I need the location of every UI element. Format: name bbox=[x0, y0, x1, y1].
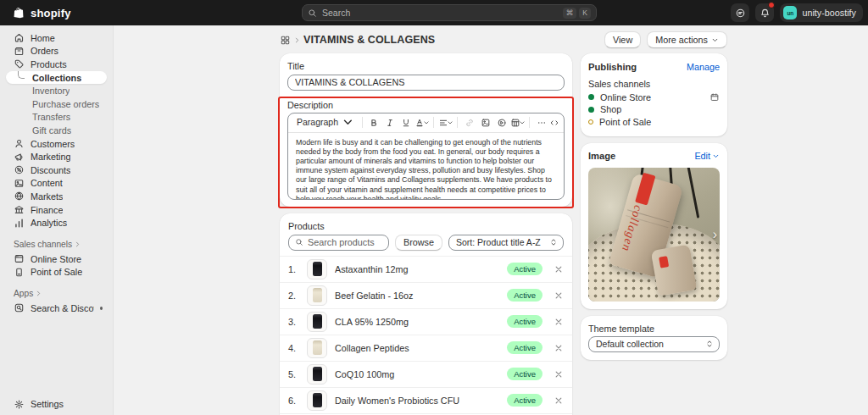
notification-dot bbox=[100, 307, 103, 310]
chevron-down-icon bbox=[447, 119, 453, 126]
remove-product-button[interactable] bbox=[554, 317, 564, 327]
gear-icon bbox=[14, 399, 25, 410]
toolbar-button[interactable] bbox=[437, 114, 453, 130]
product-thumbnail bbox=[307, 364, 327, 385]
shopify-logo[interactable]: shopify bbox=[14, 0, 71, 25]
chevron-right-icon bbox=[35, 290, 42, 297]
sidebar-item[interactable]: Analytics bbox=[6, 216, 107, 230]
sidebar-item[interactable]: Collections bbox=[6, 71, 107, 85]
sidebar-item[interactable]: Online Store bbox=[6, 252, 107, 266]
theme-template-card: Theme template Default collection bbox=[581, 316, 727, 360]
search-shortcut: ⌘ K bbox=[563, 8, 591, 19]
toolbar-button[interactable] bbox=[477, 114, 493, 130]
product-name-link[interactable]: Beef Gelatin - 16oz bbox=[335, 290, 499, 301]
product-name-link[interactable]: Astaxanthin 12mg bbox=[335, 264, 499, 274]
sidebar-item-label: Inventory bbox=[32, 86, 70, 96]
search-discovery-icon bbox=[14, 302, 25, 313]
remove-product-button[interactable] bbox=[554, 369, 564, 379]
shopify-wordmark: shopify bbox=[31, 7, 71, 19]
toolbar-button[interactable] bbox=[398, 114, 414, 130]
status-badge: Active bbox=[507, 263, 542, 275]
sidebar-item[interactable]: Gift cards bbox=[6, 124, 107, 137]
sidebar-item[interactable]: Content bbox=[6, 177, 107, 191]
next-image-arrow[interactable]: › bbox=[713, 228, 717, 241]
toolbar-button[interactable] bbox=[493, 114, 509, 130]
product-name-link[interactable]: CLA 95% 1250mg bbox=[335, 317, 499, 327]
product-search-input[interactable]: Search products bbox=[288, 235, 389, 251]
sidebar-item-label: Marketing bbox=[31, 152, 70, 162]
schedule-icon[interactable] bbox=[709, 92, 720, 102]
search-placeholder: Search bbox=[322, 8, 350, 18]
code-view-button[interactable] bbox=[549, 114, 559, 130]
global-search[interactable]: Search ⌘ K bbox=[302, 4, 597, 21]
manage-publishing-link[interactable]: Manage bbox=[687, 62, 720, 72]
product-thumbnail bbox=[307, 285, 327, 306]
toolbar-button[interactable] bbox=[381, 114, 398, 130]
page-header: VITAMINS & COLLAGENS View More actions bbox=[280, 31, 727, 48]
remove-product-button[interactable] bbox=[554, 343, 564, 353]
products-card: Products Search products Browse So bbox=[280, 213, 572, 415]
sidebar-item[interactable]: Purchase orders bbox=[6, 97, 107, 111]
toolbar-button[interactable] bbox=[509, 114, 526, 130]
sidebar-nav: Home Orders Products bbox=[0, 25, 113, 315]
sidebar-item[interactable]: Marketing bbox=[6, 150, 107, 163]
edit-image-link[interactable]: Edit bbox=[694, 151, 720, 161]
status-badge: Active bbox=[507, 368, 542, 380]
sidebar: Home Orders Products bbox=[0, 25, 114, 415]
notifications-button[interactable] bbox=[755, 3, 774, 22]
sales-channel-row: Online Store bbox=[588, 91, 720, 103]
browse-button[interactable]: Browse bbox=[395, 235, 442, 251]
toolbar-button[interactable] bbox=[414, 114, 430, 130]
theme-template-select[interactable]: Default collection bbox=[588, 336, 720, 352]
sidekick-chat-icon bbox=[735, 8, 746, 19]
customers-icon bbox=[14, 138, 25, 149]
sidebar-item[interactable]: Search & Discovery bbox=[6, 302, 107, 315]
remove-product-button[interactable] bbox=[554, 396, 564, 406]
orders-icon bbox=[14, 46, 25, 57]
status-badge: Active bbox=[507, 315, 542, 328]
product-name-link[interactable]: Daily Women's Probiotics CFU bbox=[335, 396, 499, 406]
sidebar-item-label: Online Store bbox=[31, 254, 81, 264]
bell-icon bbox=[760, 8, 771, 19]
sidekick-chat-button[interactable] bbox=[731, 3, 749, 22]
apps-header[interactable]: Apps bbox=[14, 289, 99, 298]
title-input[interactable] bbox=[287, 75, 565, 91]
sidebar-item[interactable]: Discounts bbox=[6, 163, 107, 177]
toolbar-button[interactable] bbox=[365, 114, 381, 130]
sales-channels-subtitle: Sales channels bbox=[588, 79, 720, 89]
sidebar-item[interactable]: Home bbox=[6, 31, 107, 45]
sidebar-item-settings[interactable]: Settings bbox=[6, 397, 107, 411]
more-actions-button[interactable]: More actions bbox=[647, 31, 727, 48]
chevron-down-icon bbox=[519, 119, 526, 126]
toolbar-button[interactable] bbox=[461, 114, 477, 130]
sidebar-item[interactable]: Customers bbox=[6, 137, 107, 151]
remove-product-button[interactable] bbox=[554, 290, 564, 301]
product-name-link[interactable]: CoQ10 100mg bbox=[335, 369, 499, 379]
sidebar-item[interactable]: Finance bbox=[6, 203, 107, 217]
product-thumbnail bbox=[307, 259, 327, 279]
sidebar-item[interactable]: Transfers bbox=[6, 111, 107, 125]
paragraph-style-dropdown[interactable]: Paragraph bbox=[292, 114, 359, 130]
collection-image[interactable]: collagen › bbox=[588, 168, 720, 302]
row-index: 4. bbox=[288, 343, 299, 353]
description-text[interactable]: Modern life is busy and it can be challe… bbox=[288, 133, 564, 199]
toolbar-button[interactable] bbox=[533, 114, 549, 130]
product-thumbnail bbox=[307, 338, 327, 358]
cmd-key: ⌘ bbox=[563, 8, 577, 19]
sidebar-item[interactable]: Point of Sale bbox=[6, 266, 107, 279]
sidebar-item[interactable]: Orders bbox=[6, 45, 107, 58]
sidebar-item[interactable]: Inventory bbox=[6, 84, 107, 97]
sort-select[interactable]: Sort: Product title A-Z bbox=[448, 235, 564, 251]
product-name-link[interactable]: Collagen Peptides bbox=[335, 343, 499, 353]
sidebar-item-label: Products bbox=[31, 59, 67, 69]
table-row: 6. Daily Women's Probiotics CFU Active bbox=[280, 387, 572, 413]
sales-channels-header[interactable]: Sales channels bbox=[14, 240, 99, 249]
sidebar-item[interactable]: Markets bbox=[6, 190, 107, 203]
sidebar-item[interactable]: Products bbox=[6, 58, 107, 71]
chevron-down-icon bbox=[712, 152, 720, 160]
view-button[interactable]: View bbox=[604, 31, 641, 48]
store-account-menu[interactable]: un unity-boostify bbox=[780, 3, 863, 22]
remove-product-button[interactable] bbox=[554, 264, 564, 274]
row-index: 2. bbox=[288, 290, 299, 301]
sidebar-item-label: Point of Sale bbox=[31, 267, 82, 277]
